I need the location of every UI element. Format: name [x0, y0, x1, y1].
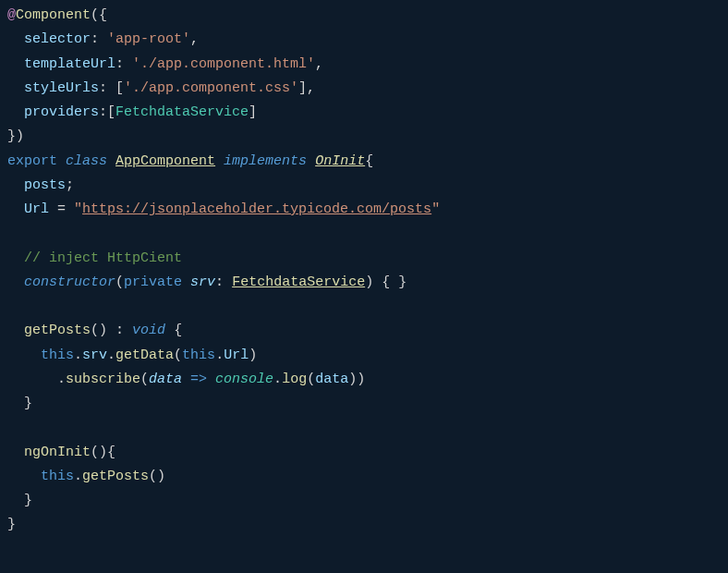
code-line: // inject HttpCient [7, 250, 182, 266]
var-posts: posts [24, 177, 66, 193]
method-subscribe: subscribe [66, 372, 140, 387]
method-getdata: getData [115, 347, 174, 363]
param-srv: srv [190, 274, 215, 290]
keyword-private: private [124, 274, 182, 290]
param-data: data [149, 372, 182, 387]
code-line: styleUrls: ['./app.component.css'], [7, 80, 315, 96]
code-line: constructor(private srv: FetchdataServic… [7, 274, 406, 290]
method-log: log [282, 372, 307, 387]
prop-styleurls: styleUrls [24, 80, 99, 96]
prop-templateurl: templateUrl [24, 56, 115, 72]
prop-selector: selector [24, 31, 91, 47]
prop-providers: providers [24, 104, 99, 120]
url-string: https://jsonplaceholder.typicode.com/pos… [82, 201, 431, 217]
keyword-class: class [66, 153, 107, 169]
code-editor[interactable]: @Component({ selector: 'app-root', templ… [7, 4, 721, 538]
string-literal: './app.component.html' [132, 56, 315, 72]
code-line: @Component({ [7, 7, 107, 23]
code-line: this.getPosts() [7, 469, 165, 484]
code-line: selector: 'app-root', [7, 31, 199, 47]
decorator-at: @ [7, 7, 16, 23]
method-getposts: getPosts [24, 323, 91, 338]
type-void: void [132, 323, 165, 338]
code-line: } [7, 493, 32, 508]
method-ngoninit: ngOnInit [24, 445, 91, 460]
code-line: .subscribe(data => console.log(data)) [7, 372, 365, 387]
code-line: this.srv.getData(this.Url) [7, 347, 257, 363]
interface-oninit: OnInit [315, 153, 365, 169]
type-fetchdata: FetchdataService [115, 104, 249, 120]
decorator-name: Component [16, 7, 91, 23]
code-line: templateUrl: './app.component.html', [7, 56, 323, 72]
object-console: console [215, 372, 273, 387]
code-line: } [7, 517, 16, 532]
code-line: export class AppComponent implements OnI… [7, 153, 373, 169]
code-line: getPosts() : void { [7, 323, 182, 338]
comment: // inject HttpCient [24, 250, 182, 266]
keyword-this: this [41, 347, 74, 363]
keyword-implements: implements [224, 153, 307, 169]
code-line: posts; [7, 177, 74, 193]
code-line: Url = "https://jsonplaceholder.typicode.… [7, 201, 440, 217]
string-literal: 'app-root' [107, 31, 190, 47]
type-fetchdata: FetchdataService [232, 274, 365, 290]
string-literal: './app.component.css' [124, 80, 298, 96]
code-line: } [7, 396, 32, 411]
code-line: ngOnInit(){ [7, 445, 115, 460]
class-name: AppComponent [115, 153, 215, 169]
var-url: Url [24, 201, 49, 217]
keyword-constructor: constructor [24, 274, 115, 290]
keyword-export: export [7, 153, 57, 169]
code-line: providers:[FetchdataService] [7, 104, 257, 120]
code-line: }) [7, 128, 24, 144]
